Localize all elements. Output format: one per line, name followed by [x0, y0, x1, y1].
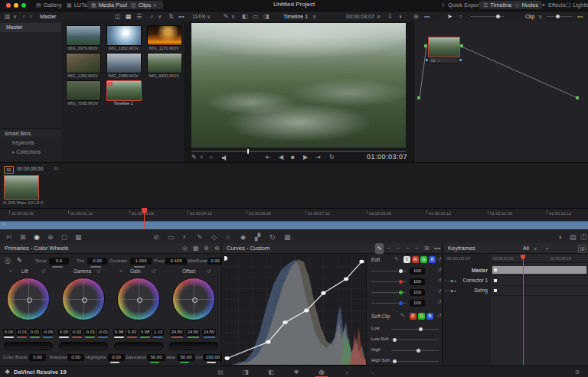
corrector-node-bar[interactable]: 01 ▫✓	[428, 57, 459, 63]
page-fairlight-button[interactable]: ♪	[339, 368, 354, 376]
channel-g-button[interactable]: G	[420, 256, 427, 263]
clips-button[interactable]: ▥Clips ∨	[127, 1, 163, 9]
media-pool-button[interactable]: ▦Media Pool	[87, 1, 131, 9]
curve-mode-custom-icon[interactable]: ∿	[375, 243, 384, 254]
toolbar-timecode[interactable]: 00:00:03:07	[346, 12, 374, 21]
shape-tool-icon[interactable]: ◇	[211, 232, 217, 242]
timeline-thumbnail-selected[interactable]: ≡	[106, 80, 142, 101]
low-slider[interactable]	[391, 329, 439, 330]
gain-y-value[interactable]: 0.98	[113, 329, 125, 336]
clip-zoom-slider[interactable]	[547, 16, 573, 17]
r-gain-value[interactable]: 100	[410, 278, 425, 285]
page-color-button[interactable]: ◎	[314, 368, 329, 376]
page-media-button[interactable]: ▤	[213, 368, 228, 376]
gamma-g-value[interactable]: -0.01	[84, 329, 96, 336]
curve-mode-icon[interactable]: ~	[415, 243, 419, 254]
channel-b-button[interactable]: B	[429, 256, 436, 263]
node-input-square[interactable]	[426, 59, 428, 61]
keyframe-dot-icon[interactable]: •	[546, 243, 548, 254]
media-thumbnail[interactable]	[106, 53, 142, 73]
b-gain-slider[interactable]	[371, 303, 407, 304]
media-thumbnail[interactable]	[66, 25, 101, 46]
gain-master-wheel[interactable]	[114, 342, 163, 350]
hue-value[interactable]: 50.00	[177, 354, 195, 361]
step-back-button[interactable]: ◀	[279, 154, 283, 161]
keyframe-marker[interactable]	[494, 268, 497, 271]
offset-reset-icon[interactable]: ↺	[207, 268, 211, 275]
node-zoom-slider-handle[interactable]	[496, 15, 500, 18]
lift-b-value[interactable]: -0.06	[42, 329, 54, 336]
gradient-tool-icon[interactable]: ▞	[255, 232, 260, 242]
source-dot[interactable]	[417, 96, 420, 99]
layers-icon[interactable]: ▤	[570, 232, 577, 242]
shadows-value[interactable]: 0.00	[67, 354, 84, 361]
crop-tool-icon[interactable]: ▭	[168, 232, 175, 242]
loop-button[interactable]: ↻	[329, 154, 335, 161]
pointer-cursor-icon[interactable]: ➤	[447, 12, 452, 21]
disable-tool-icon[interactable]: ⊘	[153, 232, 159, 242]
draw-tool-icon[interactable]: ✎	[197, 232, 203, 242]
y-gain-value[interactable]: 100	[410, 268, 425, 275]
saturation-value[interactable]: 50.00	[147, 354, 165, 361]
filter-chevron-icon[interactable]: ∨	[534, 243, 537, 254]
search-chevron-icon[interactable]: ∨	[158, 12, 162, 21]
circle-tool-icon[interactable]: ○	[226, 232, 230, 242]
wipe-mode-c-icon[interactable]: ◨	[263, 12, 270, 21]
page-cut-button[interactable]: ◨	[238, 368, 253, 376]
r-gain-slider[interactable]	[371, 281, 407, 282]
temp-value[interactable]: 0.0	[49, 258, 69, 265]
page-fusion-button[interactable]: ✱	[289, 368, 304, 376]
channel-y-button[interactable]: Y	[403, 256, 410, 263]
back-icon[interactable]: ‹	[23, 12, 24, 21]
pivot-value[interactable]: 0.435	[165, 258, 187, 265]
offset-master-wheel[interactable]	[169, 342, 218, 350]
bypass-grade-icon[interactable]: ⊠	[20, 232, 26, 242]
smart-bins-header[interactable]: Smart Bins	[0, 128, 61, 138]
settings-gear-icon[interactable]: ⊛	[214, 243, 220, 254]
grade-tool-chevron-icon[interactable]: ∨	[231, 12, 235, 21]
node-view-icon[interactable]: ⊞	[413, 12, 419, 21]
zoom-tool-icon[interactable]: ⊕	[47, 232, 54, 242]
keyframe-marker[interactable]	[494, 289, 497, 292]
lift-g-value[interactable]: 0.01	[29, 329, 41, 336]
wipe-mode-b-icon[interactable]: ▭	[253, 12, 259, 21]
keyframes-expand-icon[interactable]: ⊞	[578, 245, 586, 253]
node-output-square[interactable]	[459, 59, 462, 61]
high-soft-slider[interactable]	[391, 361, 439, 362]
keyframe-marker[interactable]	[494, 279, 497, 282]
node-rgb-input-dot[interactable]	[424, 44, 427, 47]
offset-g-value[interactable]: 24.50	[186, 329, 200, 336]
g-reset-icon[interactable]: ↺	[437, 288, 442, 294]
clip-zoom-slider-handle[interactable]	[556, 15, 560, 18]
curve-mode-icon[interactable]: ~	[387, 243, 391, 254]
sidebar-item-master[interactable]: Master	[0, 23, 61, 32]
gallery-button[interactable]: ▤Gallery	[32, 1, 65, 9]
b-reset-icon[interactable]: ↺	[437, 299, 442, 305]
gain-crosshair-icon[interactable]: +	[119, 268, 122, 274]
project-settings-gear-icon[interactable]: ⊛	[570, 368, 585, 376]
gamma-b-value[interactable]: -0.01	[97, 329, 109, 336]
timeline-selector-chevron-icon[interactable]: ∨	[312, 12, 316, 21]
highlights-value[interactable]: 0.00	[108, 354, 125, 361]
annotation-circle-icon[interactable]: ○	[209, 154, 213, 161]
timecode-chevron-icon[interactable]: ∨	[377, 12, 381, 21]
keyframes-row-master[interactable]: Master	[472, 268, 488, 273]
viewer-image[interactable]	[191, 23, 406, 148]
media-thumbnail[interactable]	[66, 80, 101, 101]
contrast-value[interactable]: 1.000	[130, 258, 152, 265]
pen-tool-icon[interactable]: ✎	[191, 154, 197, 161]
sidebar-item-keywords[interactable]: Keywords	[0, 138, 61, 147]
media-thumbnail[interactable]	[66, 53, 101, 73]
edit-link-icon[interactable]: ✎	[394, 256, 399, 262]
sidebar-item-collections[interactable]: ▸Collections	[0, 148, 61, 156]
master-track-selected-bar[interactable]	[492, 266, 586, 274]
media-thumbnail[interactable]	[106, 25, 142, 46]
sink-dot[interactable]	[576, 96, 579, 99]
matte-tool-icon[interactable]: ▦	[284, 232, 291, 242]
clip-thumbnail-selected[interactable]	[4, 175, 39, 200]
timeline-clip-bar[interactable]	[0, 221, 588, 229]
keyframes-playhead[interactable]	[523, 255, 524, 366]
keyframes-row-sizing[interactable]: Sizing	[474, 288, 488, 293]
soft-clip-g-button[interactable]: G	[418, 313, 425, 320]
lift-master-wheel[interactable]	[4, 342, 53, 350]
